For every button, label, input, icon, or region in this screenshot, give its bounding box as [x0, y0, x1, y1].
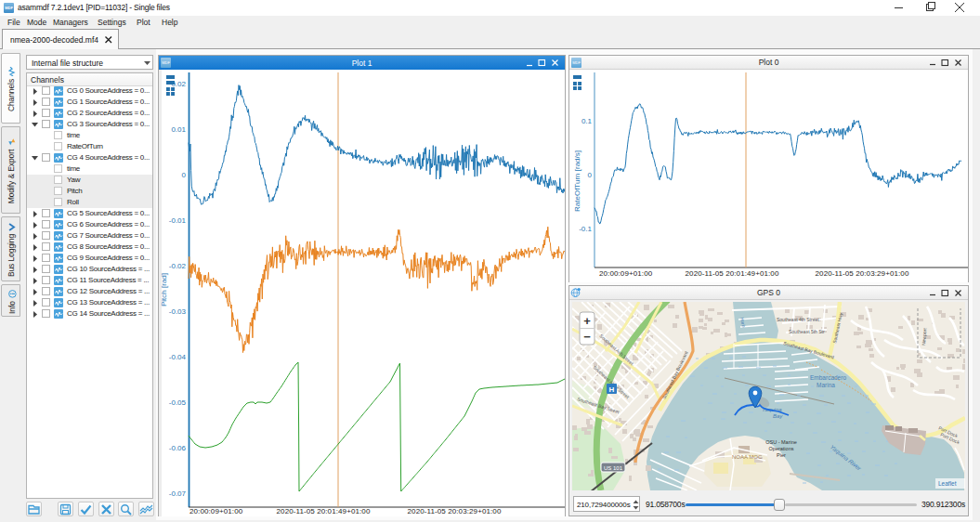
svg-text:-0.07: -0.07 — [169, 489, 187, 498]
svg-text:-0.01: -0.01 — [169, 216, 187, 225]
svg-text:Southeast 5th Str: Southeast 5th Str — [789, 329, 825, 334]
svg-text:-0.03: -0.03 — [169, 307, 187, 316]
svg-text:−: − — [583, 330, 591, 344]
svg-text:20:00:09+01:00: 20:00:09+01:00 — [599, 269, 653, 278]
svg-text:Leaflet: Leaflet — [938, 480, 957, 487]
svg-text:0.01: 0.01 — [171, 125, 186, 134]
svg-text:H: H — [609, 385, 615, 394]
svg-text:0: 0 — [588, 171, 593, 179]
svg-text:Pier: Pier — [777, 452, 786, 458]
svg-text:20:00:09+01:00: 20:00:09+01:00 — [189, 507, 243, 515]
svg-text:RateOfTurn [rad/s]: RateOfTurn [rad/s] — [573, 150, 581, 212]
svg-text:0: 0 — [182, 171, 187, 179]
svg-text:Southeast 4th Street: Southeast 4th Street — [777, 317, 819, 322]
svg-text:US 101: US 101 — [604, 465, 623, 471]
svg-text:NOAA MOC: NOAA MOC — [732, 454, 763, 460]
svg-text:-0.06: -0.06 — [169, 444, 187, 452]
svg-text:OSU - Marine: OSU - Marine — [765, 439, 797, 445]
svg-text:Operations: Operations — [769, 446, 794, 451]
svg-text:-0.05: -0.05 — [169, 398, 187, 407]
svg-text:0.1: 0.1 — [581, 117, 593, 125]
svg-text:-0.02: -0.02 — [169, 262, 187, 270]
svg-text:Pitch [rad]: Pitch [rad] — [160, 273, 168, 307]
svg-text:2020-11-05 20:03:29+01:00: 2020-11-05 20:03:29+01:00 — [816, 269, 909, 278]
svg-text:Bay: Bay — [773, 413, 783, 419]
svg-text:2020-11-05 20:01:49+01:00: 2020-11-05 20:01:49+01:00 — [686, 269, 779, 278]
svg-text:+: + — [583, 314, 591, 328]
svg-text:0.02: 0.02 — [171, 80, 186, 88]
svg-text:2020-11-05 20:01:49+01:00: 2020-11-05 20:01:49+01:00 — [277, 507, 371, 515]
svg-text:2020-11-05 20:03:29+01:00: 2020-11-05 20:03:29+01:00 — [408, 507, 502, 515]
svg-text:-0.1: -0.1 — [579, 225, 592, 233]
svg-text:Embarcadero: Embarcadero — [810, 374, 846, 381]
svg-text:-0.04: -0.04 — [169, 353, 187, 361]
svg-text:Marina: Marina — [817, 382, 835, 388]
